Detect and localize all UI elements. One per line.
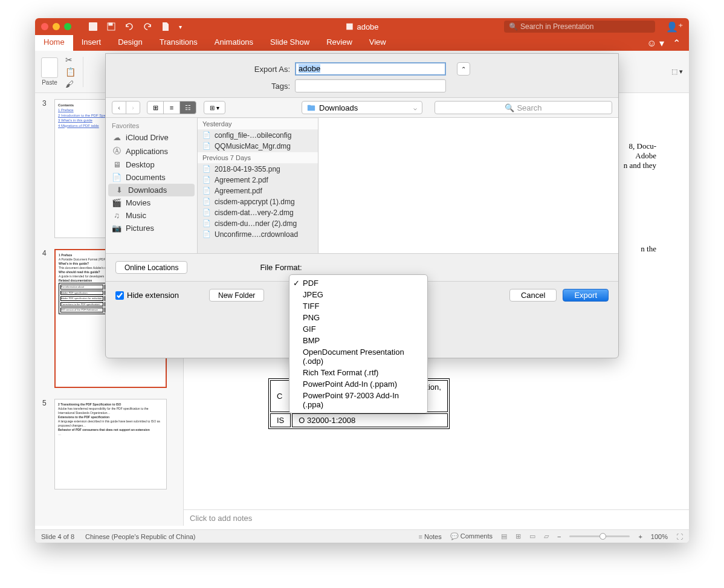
- file-row[interactable]: 📄cisdem-du…nder (2).dmg: [198, 218, 318, 229]
- search-presentation-input[interactable]: 🔍 Search in Presentation: [504, 21, 655, 33]
- tab-slideshow[interactable]: Slide Show: [262, 35, 318, 51]
- format-option[interactable]: PowerPoint 97-2003 Add-In (.ppa): [289, 390, 427, 410]
- slideshow-view-icon[interactable]: ▱: [544, 532, 549, 540]
- sidebar-movies[interactable]: 🎬Movies: [106, 196, 197, 209]
- format-option[interactable]: OpenDocument Presentation (.odp): [289, 346, 427, 367]
- file-format-dropdown[interactable]: PDFJPEGTIFFPNGGIFBMPOpenDocument Present…: [289, 274, 428, 413]
- file-column[interactable]: Yesterday📄config_file-…obileconfig📄QQMus…: [198, 118, 318, 253]
- zoom-level[interactable]: 100%: [651, 533, 668, 540]
- file-row[interactable]: 📄Unconfirme….crdownload: [198, 229, 318, 240]
- format-option[interactable]: BMP: [289, 335, 427, 346]
- file-icon: 📄: [202, 131, 211, 140]
- share-icon[interactable]: 👤⁺: [666, 21, 683, 33]
- music-icon: ♫: [112, 211, 121, 220]
- folder-icon: [307, 103, 315, 112]
- documents-icon: 📄: [112, 173, 121, 182]
- autosave-icon[interactable]: [88, 22, 98, 31]
- sidebar-pictures[interactable]: 📷Pictures: [106, 222, 197, 234]
- finder-sidebar: Favorites ☁iCloud Drive ⒶApplications 🖥D…: [106, 118, 198, 253]
- copy-icon[interactable]: 📋: [65, 67, 76, 77]
- finder-search-input[interactable]: 🔍 Search: [435, 101, 612, 114]
- cloud-icon: ☁: [112, 133, 121, 142]
- sidebar-music[interactable]: ♫Music: [106, 209, 197, 222]
- format-option[interactable]: PDF: [289, 277, 427, 289]
- clipboard-icon: [41, 57, 58, 78]
- forward-button[interactable]: ›: [126, 101, 140, 114]
- tab-design[interactable]: Design: [109, 35, 150, 51]
- zoom-window[interactable]: [64, 23, 71, 30]
- minimize-window[interactable]: [53, 23, 60, 30]
- normal-view-icon[interactable]: ▤: [501, 532, 507, 540]
- tab-insert[interactable]: Insert: [73, 35, 110, 51]
- file-row[interactable]: 📄2018-04-19-355.png: [198, 164, 318, 175]
- collapse-ribbon-icon[interactable]: ⌃: [673, 37, 680, 49]
- new-file-icon[interactable]: [161, 22, 170, 31]
- icon-view-button[interactable]: ⊞: [147, 101, 164, 114]
- online-locations-button[interactable]: Online Locations: [115, 261, 187, 274]
- zoom-in-icon[interactable]: +: [638, 533, 642, 540]
- file-format-label: File Format:: [260, 263, 302, 272]
- format-option[interactable]: JPEG: [289, 289, 427, 300]
- zoom-slider[interactable]: [569, 535, 630, 537]
- paste-button[interactable]: Paste: [41, 57, 58, 86]
- svg-rect-2: [109, 23, 112, 25]
- column-view-button[interactable]: ☷: [179, 101, 196, 114]
- group-by-button[interactable]: ⊞ ▾: [204, 101, 225, 114]
- format-option[interactable]: PowerPoint Add-In (.ppam): [289, 378, 427, 390]
- redo-icon[interactable]: [143, 22, 152, 31]
- notes-toggle[interactable]: ≡ Notes: [419, 533, 442, 540]
- comments-toggle[interactable]: 💬 Comments: [450, 532, 493, 540]
- favorites-header: Favorites: [106, 120, 197, 131]
- tab-home[interactable]: Home: [35, 35, 73, 51]
- location-dropdown[interactable]: Downloads: [302, 101, 422, 114]
- sidebar-icloud[interactable]: ☁iCloud Drive: [106, 131, 197, 144]
- sidebar-downloads[interactable]: ⬇Downloads: [108, 184, 195, 196]
- export-filename-input[interactable]: adobe: [295, 62, 446, 76]
- file-row[interactable]: 📄QQMusicMac_Mgr.dmg: [198, 141, 318, 152]
- tab-animations[interactable]: Animations: [206, 35, 262, 51]
- account-icon[interactable]: ☺ ▾: [647, 37, 664, 49]
- status-language[interactable]: Chinese (People's Republic of China): [85, 533, 195, 540]
- zoom-out-icon[interactable]: −: [557, 533, 561, 540]
- expand-dialog-button[interactable]: ⌃: [457, 62, 470, 76]
- sidebar-applications[interactable]: ⒶApplications: [106, 144, 197, 158]
- save-icon[interactable]: [106, 22, 116, 31]
- format-option[interactable]: Rich Text Format (.rtf): [289, 367, 427, 378]
- view-mode-segment: ⊞ ≡ ☷: [147, 101, 196, 114]
- sorter-view-icon[interactable]: ⊞: [516, 532, 521, 540]
- file-row[interactable]: 📄config_file-…obileconfig: [198, 130, 318, 141]
- tab-transitions[interactable]: Transitions: [151, 35, 206, 51]
- sidebar-desktop[interactable]: 🖥Desktop: [106, 158, 197, 171]
- format-option[interactable]: PNG: [289, 312, 427, 323]
- file-row[interactable]: 📄cisdem-dat…very-2.dmg: [198, 207, 318, 218]
- export-button[interactable]: Export: [563, 289, 609, 302]
- notes-pane[interactable]: Click to add notes: [184, 509, 689, 526]
- list-view-button[interactable]: ≡: [163, 101, 180, 114]
- new-folder-button[interactable]: New Folder: [209, 289, 264, 302]
- app-icon: Ⓐ: [112, 146, 121, 157]
- close-window[interactable]: [41, 23, 48, 30]
- back-button[interactable]: ‹: [112, 101, 126, 114]
- cancel-button[interactable]: Cancel: [509, 289, 557, 302]
- thumbnail-5[interactable]: 5 2 Transitioning the PDF Specification …: [42, 399, 176, 489]
- undo-icon[interactable]: [124, 22, 134, 31]
- file-row[interactable]: 📄Agreement.pdf: [198, 186, 318, 196]
- arrange-dropdown[interactable]: ⬚ ▾: [671, 68, 683, 76]
- reading-view-icon[interactable]: ▭: [529, 532, 535, 540]
- cut-icon[interactable]: ✂: [65, 55, 76, 65]
- format-painter-icon[interactable]: 🖌: [65, 79, 76, 89]
- tab-view[interactable]: View: [361, 35, 395, 51]
- presentation-file-icon: [345, 22, 354, 31]
- format-option[interactable]: GIF: [289, 323, 427, 335]
- desktop-icon: 🖥: [112, 160, 121, 169]
- format-option[interactable]: TIFF: [289, 300, 427, 312]
- sidebar-documents[interactable]: 📄Documents: [106, 171, 197, 184]
- file-row[interactable]: 📄Agreement 2.pdf: [198, 175, 318, 186]
- qat-more-icon[interactable]: ▾: [179, 24, 182, 30]
- hide-extension-checkbox[interactable]: Hide extension: [115, 291, 179, 300]
- fit-slide-icon[interactable]: ⛶: [676, 533, 683, 540]
- tab-review[interactable]: Review: [318, 35, 361, 51]
- tags-input[interactable]: [295, 79, 446, 92]
- titlebar: ▾ adobe 🔍 Search in Presentation 👤⁺: [35, 18, 689, 35]
- file-row[interactable]: 📄cisdem-appcrypt (1).dmg: [198, 196, 318, 207]
